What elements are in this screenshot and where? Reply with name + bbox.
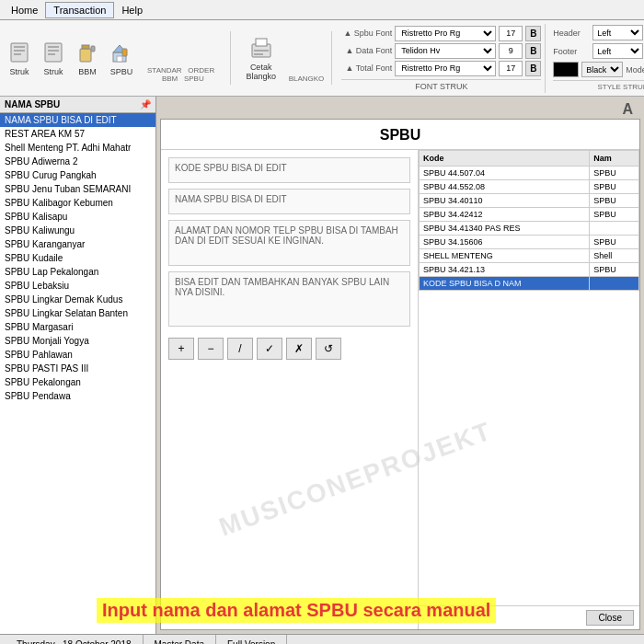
list-item[interactable]: SPBU Kudaile <box>0 251 155 265</box>
left-panel-list: NAMA SPBU BISA DI EDITREST AREA KM 57She… <box>0 113 155 634</box>
menu-help[interactable]: Help <box>114 3 150 17</box>
col-nama[interactable]: Nam <box>590 151 639 167</box>
form-field-info[interactable]: BISA EDIT DAN TAMBAHKAN BANYAK SPBU LAIN… <box>168 271 410 327</box>
total-font-bold[interactable]: B <box>525 61 541 76</box>
action-edit[interactable]: / <box>227 338 253 360</box>
total-font-select[interactable]: Ristretto Pro Rg <box>395 61 496 76</box>
pin-icon[interactable]: 📌 <box>140 99 151 109</box>
list-item[interactable]: SPBU Kalisapu <box>0 210 155 224</box>
form-actions: + − / ✓ ✗ ↺ <box>168 332 410 360</box>
svg-rect-7 <box>48 53 55 55</box>
list-item[interactable]: SPBU Kalibagor Kebumen <box>0 196 155 210</box>
table-row[interactable]: SPBU 34.42412SPBU <box>420 208 639 222</box>
svg-rect-16 <box>256 39 267 46</box>
list-item[interactable]: SPBU Monjali Yogya <box>0 334 155 348</box>
spbu-font-size[interactable] <box>499 26 523 41</box>
list-item[interactable]: SPBU Lap Pekalongan <box>0 265 155 279</box>
table-cell-nama: SPBU <box>590 236 639 249</box>
style-row-footer: Footer Left ≡ Garis Bawah <box>553 43 644 59</box>
form-field-alamat[interactable]: ALAMAT DAN NOMOR TELP SPBU BISA DI TAMBA… <box>168 220 410 266</box>
struk1-icon <box>6 40 32 65</box>
data-font-select[interactable]: Telidon Hv <box>395 43 496 59</box>
form-field-kode[interactable]: KODE SPBU BISA DI EDIT <box>168 157 410 183</box>
toolbar: Struk Struk BBM SPBU STANDAR ORDER BBM S… <box>0 20 644 97</box>
table-cell-kode: SPBU 34.15606 <box>420 236 590 249</box>
action-delete[interactable]: − <box>198 338 224 360</box>
table-cell-nama <box>590 277 639 291</box>
top-a-label: A <box>622 101 633 118</box>
table-row[interactable]: SPBU 34.15606SPBU <box>420 236 639 249</box>
table-row[interactable]: SPBU 44.552.08SPBU <box>420 180 639 194</box>
list-item[interactable]: SPBU Pendawa <box>0 389 155 403</box>
menu-home[interactable]: Home <box>4 3 45 17</box>
list-item[interactable]: SPBU PASTI PAS III <box>0 362 155 375</box>
font-row-spbu: ▲ Spbu Font Ristretto Pro Rg B <box>341 26 541 41</box>
list-item[interactable]: NAMA SPBU BISA DI EDIT <box>0 113 155 127</box>
list-item[interactable]: SPBU Pahlawan <box>0 348 155 362</box>
list-item[interactable]: SPBU Adiwerna 2 <box>0 155 155 168</box>
btn-bbm[interactable]: BBM <box>72 31 103 85</box>
table-row[interactable]: SHELL MENTENGShell <box>420 249 639 263</box>
table-cell-nama <box>590 222 639 236</box>
list-item[interactable]: REST AREA KM 57 <box>0 127 155 141</box>
btn-struk2[interactable]: Struk <box>38 31 69 85</box>
svg-rect-17 <box>254 50 269 52</box>
list-item[interactable]: SPBU Lingkar Selatan Banten <box>0 306 155 320</box>
data-font-size[interactable] <box>499 43 523 59</box>
btn-spbu[interactable]: SPBU <box>106 31 137 85</box>
list-item[interactable]: SPBU Curug Pangkah <box>0 168 155 182</box>
list-item[interactable]: SPBU Karanganyar <box>0 237 155 251</box>
table-cell-kode: SPBU 44.552.08 <box>420 180 590 194</box>
list-item[interactable]: SPBU Jenu Tuban SEMARANI <box>0 182 155 196</box>
svg-rect-6 <box>48 50 59 52</box>
header-style-select[interactable]: Left <box>592 25 643 40</box>
table-cell-nama: SPBU <box>590 194 639 208</box>
list-item[interactable]: SPBU Margasari <box>0 320 155 334</box>
color-select[interactable]: Black <box>581 62 623 77</box>
action-cancel[interactable]: ✗ <box>286 338 312 360</box>
svg-rect-9 <box>91 46 95 52</box>
table-row[interactable]: SPBU 34.421.13SPBU <box>420 263 639 277</box>
btn-cetak[interactable]: Cetak Blangko <box>236 31 286 85</box>
total-font-size[interactable] <box>499 61 523 76</box>
action-add[interactable]: + <box>168 338 194 360</box>
color-box[interactable] <box>553 62 579 77</box>
spbu-font-select[interactable]: Ristretto Pro Rg <box>395 26 496 41</box>
close-area: Close <box>419 605 639 629</box>
action-refresh[interactable]: ↺ <box>316 338 341 360</box>
font-row-total: ▲ Total Font Ristretto Pro Rg B <box>341 61 541 76</box>
table-cell-nama: SPBU <box>590 263 639 277</box>
btn-cetak-label: Cetak Blangko <box>239 63 283 81</box>
table-row[interactable]: SPBU 34.41340 PAS RES <box>420 222 639 236</box>
table-row[interactable]: SPBU 44.507.04SPBU <box>420 167 639 180</box>
font-toolbar: ▲ Spbu Font Ristretto Pro Rg B ▲ Data Fo… <box>338 24 546 93</box>
footer-style-select[interactable]: Left <box>592 43 643 59</box>
header-style-label: Header <box>553 29 590 38</box>
status-section: Master Data <box>144 635 216 644</box>
close-button[interactable]: Close <box>586 610 634 626</box>
right-panel: A SPBU KODE SPBU BISA DI EDIT NAMA SPBU … <box>156 97 644 634</box>
toolbar-group-struk: Struk Struk BBM SPBU STANDAR ORDER BBM S… <box>4 31 231 85</box>
spbu-title: SPBU <box>161 120 639 150</box>
table-cell-kode: SPBU 34.41340 PAS RES <box>420 222 590 236</box>
spbu-font-bold[interactable]: B <box>525 26 541 41</box>
action-confirm[interactable]: ✓ <box>257 338 282 360</box>
btn-struk1[interactable]: Struk <box>4 31 35 85</box>
list-item[interactable]: SPBU Kaliwungu <box>0 224 155 237</box>
form-field-nama[interactable]: NAMA SPBU BISA DI EDIT <box>168 189 410 214</box>
col-kode[interactable]: Kode <box>420 151 590 167</box>
footer-style-label: Footer <box>553 47 590 56</box>
menu-transaction[interactable]: Transaction <box>45 2 114 18</box>
table-row[interactable]: SPBU 34.40110SPBU <box>420 194 639 208</box>
btn-bbm-label: BBM <box>78 67 97 76</box>
table-scroll[interactable]: Kode Nam SPBU 44.507.04SPBUSPBU 44.552.0… <box>419 150 639 605</box>
btn-struk1-label: Struk <box>9 67 29 76</box>
svg-rect-5 <box>48 46 59 48</box>
list-item[interactable]: SPBU Pekalongan <box>0 375 155 389</box>
list-item[interactable]: SPBU Lebaksiu <box>0 279 155 293</box>
table-row[interactable]: KODE SPBU BISA D NAM <box>420 277 639 291</box>
list-item[interactable]: Shell Menteng PT. Adhi Mahatr <box>0 141 155 155</box>
list-item[interactable]: SPBU Lingkar Demak Kudus <box>0 293 155 306</box>
data-font-bold[interactable]: B <box>525 43 541 59</box>
status-date: Thursday , 18 October 2018 <box>6 635 144 644</box>
